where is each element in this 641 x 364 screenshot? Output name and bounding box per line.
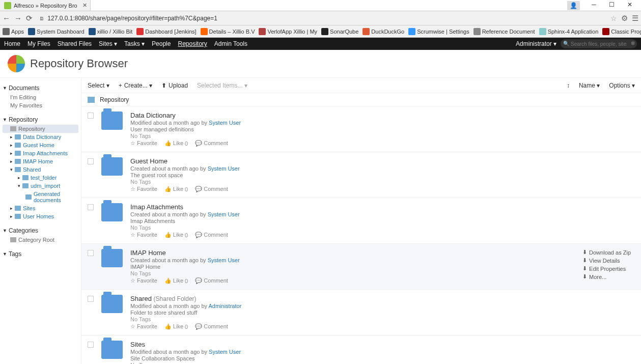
row-checkbox[interactable] <box>88 158 94 164</box>
bookmark-item[interactable]: DuckDuckGo <box>363 28 404 35</box>
forward-icon[interactable]: → <box>14 14 22 22</box>
file-row[interactable]: Data Dictionary Modified about a month a… <box>81 106 641 152</box>
file-name[interactable]: IMAP Home <box>130 249 635 257</box>
file-row[interactable]: Guest Home Created about a month ago by … <box>81 152 641 198</box>
up-folder-icon[interactable] <box>88 97 95 103</box>
sidebar-im-editing[interactable]: I'm Editing <box>3 93 78 101</box>
selected-items-button[interactable]: Selected Items... ▾ <box>197 82 247 89</box>
bookmark-item[interactable]: SonarQube <box>321 28 358 35</box>
user-menu[interactable]: Administrator ▾ <box>516 40 556 47</box>
file-row[interactable]: Imap Attachments Created about a month a… <box>81 198 641 244</box>
row-checkbox[interactable] <box>88 204 94 210</box>
sidebar-imap-home[interactable]: ▸IMAP Home <box>3 157 78 165</box>
sidebar-my-favorites[interactable]: My Favorites <box>3 101 78 109</box>
nav-my-files[interactable]: My Files <box>27 40 50 47</box>
maximize-icon[interactable]: ☐ <box>605 1 618 10</box>
sidebar-test-folder[interactable]: ▸test_folder <box>3 174 78 182</box>
author-link[interactable]: System User <box>209 349 241 355</box>
sort-direction-icon[interactable]: ↕ <box>567 82 570 89</box>
upload-button[interactable]: ⬆ Upload <box>161 82 188 89</box>
nav-tasks[interactable]: Tasks ▾ <box>124 40 145 47</box>
url-input[interactable]: 🗎 127.0.0.1:8080/share/page/repository#f… <box>37 14 606 23</box>
create-button[interactable]: + Create... ▾ <box>119 82 152 89</box>
row-checkbox[interactable] <box>88 250 94 256</box>
settings-icon[interactable]: ⚙ <box>621 14 628 23</box>
sidebar-repository-root[interactable]: Repository <box>3 125 78 133</box>
comment-button[interactable]: 💬 Comment <box>195 186 228 192</box>
sidebar-guest-home[interactable]: ▸Guest Home <box>3 141 78 149</box>
browser-tab[interactable]: Alfresco » Repository Bro ✕ <box>0 0 91 11</box>
bookmark-item[interactable]: VerlofApp Xillio | My <box>259 28 317 35</box>
nav-people[interactable]: People <box>152 40 171 47</box>
file-name[interactable]: Guest Home <box>130 157 635 165</box>
comment-button[interactable]: 💬 Comment <box>195 277 228 284</box>
nav-shared-files[interactable]: Shared Files <box>58 40 92 47</box>
hover-action[interactable]: ⬇ Edit Properties <box>582 265 631 272</box>
nav-admin-tools[interactable]: Admin Tools <box>214 40 247 47</box>
file-row[interactable]: Shared (Shared Folder)Modified about a m… <box>81 290 641 335</box>
sort-button[interactable]: Name ▾ <box>579 82 600 89</box>
bookmark-item[interactable]: Reference Document <box>473 28 535 35</box>
author-link[interactable]: System User <box>209 120 241 126</box>
bookmark-item[interactable]: Classic Programmer <box>602 28 641 35</box>
bookmark-item[interactable]: Scrumwise | Settings <box>408 28 469 35</box>
author-link[interactable]: Administrator <box>209 303 242 309</box>
sidebar-section-tags[interactable]: ▼Tags <box>3 249 78 259</box>
breadcrumb-item[interactable]: Repository <box>100 96 129 103</box>
nav-sites[interactable]: Sites ▾ <box>99 40 117 47</box>
close-icon[interactable]: ✕ <box>82 2 87 9</box>
sidebar-generated-documents[interactable]: Generated documents <box>3 190 78 204</box>
row-checkbox[interactable] <box>88 296 94 302</box>
sidebar-data-dictionary[interactable]: ▸Data Dictionary <box>3 133 78 141</box>
back-icon[interactable]: ← <box>3 14 10 22</box>
folder-icon[interactable] <box>101 157 123 176</box>
bookmark-item[interactable]: Dashboard [Jenkins] <box>136 28 196 35</box>
folder-icon[interactable] <box>101 249 123 267</box>
folder-icon[interactable] <box>101 341 123 359</box>
author-link[interactable]: System User <box>208 165 240 172</box>
hover-action[interactable]: ⬇ View Details <box>582 257 631 264</box>
reload-icon[interactable]: ⟳ <box>26 14 33 23</box>
minimize-icon[interactable]: ─ <box>588 1 600 10</box>
options-button[interactable]: Options ▾ <box>609 82 635 89</box>
file-name[interactable]: Shared (Shared Folder) <box>130 295 635 302</box>
favorite-button[interactable]: ☆ Favorite <box>130 232 157 238</box>
author-link[interactable]: System User <box>208 257 240 263</box>
folder-icon[interactable] <box>101 111 123 130</box>
clear-icon[interactable]: ⊗ <box>631 40 635 46</box>
sidebar-section-categories[interactable]: ▼Categories <box>3 226 78 236</box>
nav-repository[interactable]: Repository <box>178 40 207 47</box>
sidebar-user-homes[interactable]: ▸User Homes <box>3 212 78 220</box>
sidebar-section-documents[interactable]: ▼Documents <box>3 83 78 93</box>
file-name[interactable]: Sites <box>130 341 635 348</box>
sidebar-section-repository[interactable]: ▼Repository <box>3 115 78 125</box>
folder-icon[interactable] <box>101 203 123 221</box>
like-button[interactable]: 👍 Like 0 <box>164 186 188 192</box>
sidebar-udm-import[interactable]: ▾udm_import <box>3 182 78 190</box>
hover-action[interactable]: ⬇ Download as Zip <box>582 249 631 256</box>
sidebar-imap-attachments[interactable]: ▸Imap Attachments <box>3 149 78 157</box>
search-input[interactable] <box>561 39 637 48</box>
row-checkbox[interactable] <box>88 113 94 119</box>
select-button[interactable]: Select ▾ <box>88 82 109 89</box>
nav-home[interactable]: Home <box>4 40 20 47</box>
like-button[interactable]: 👍 Like 0 <box>164 232 188 238</box>
file-row[interactable]: Sites Modified about a month ago by Syst… <box>81 335 641 364</box>
apps-button[interactable]: Apps <box>3 28 24 35</box>
like-button[interactable]: 👍 Like 0 <box>164 323 188 330</box>
user-icon[interactable]: 👤 <box>567 1 580 10</box>
like-button[interactable]: 👍 Like 0 <box>164 140 188 147</box>
favorite-button[interactable]: ☆ Favorite <box>130 186 157 192</box>
hover-action[interactable]: ⬇ More... <box>582 273 631 280</box>
favorite-button[interactable]: ☆ Favorite <box>130 277 157 284</box>
bookmark-item[interactable]: Details – Xillio B.V <box>201 28 255 35</box>
author-link[interactable]: System User <box>208 211 240 217</box>
bookmark-item[interactable]: Sphinx-4 Application <box>539 28 599 35</box>
bookmark-star-icon[interactable]: ☆ <box>610 14 617 22</box>
bookmark-item[interactable]: xillio / Xillio Bit <box>89 28 133 35</box>
sidebar-category-root[interactable]: Category Root <box>3 236 78 244</box>
file-row[interactable]: IMAP Home Created about a month ago by S… <box>81 244 641 290</box>
favorite-button[interactable]: ☆ Favorite <box>130 323 157 330</box>
like-button[interactable]: 👍 Like 0 <box>164 277 188 284</box>
sidebar-sites[interactable]: ▸Sites <box>3 204 78 212</box>
